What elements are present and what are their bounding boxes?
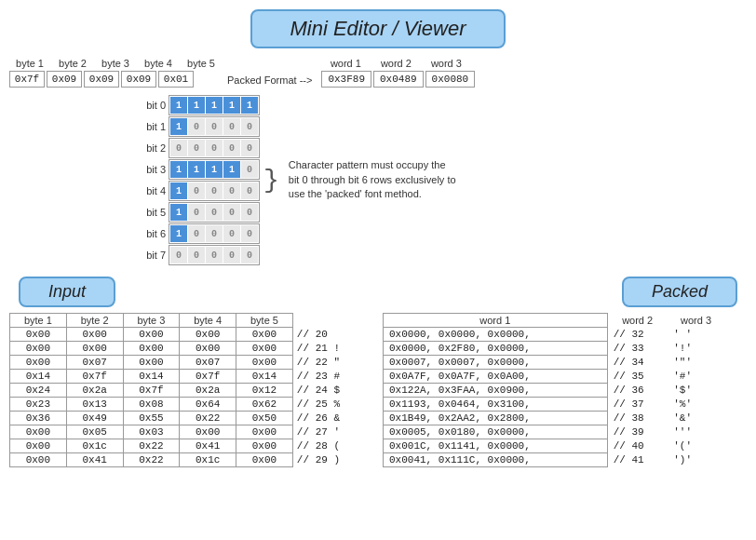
input-cell-8-4: 0x00 [236,439,293,453]
input-col-header-4: byte 5 [236,314,293,328]
input-table: byte 1byte 2byte 3byte 4byte 5 0x000x000… [9,313,373,467]
packed-row-8: 0x001C, 0x1141, 0x0000,// 40'(' [384,439,747,453]
packed-row-7: 0x0005, 0x0180, 0x0000,// 39''' [384,425,747,439]
bit-cell-3-2: 1 [206,161,223,178]
bit-label-4: bit 4 [140,185,166,196]
byte-value-2: 0x09 [84,71,119,88]
byte-header-3: byte 4 [138,58,179,69]
input-cell-7-3: 0x00 [180,425,236,439]
input-cell-8-2: 0x22 [123,439,180,453]
input-cell-8-5: // 28 ( [292,439,372,453]
input-cell-0-5: // 20 [292,328,372,342]
packed-cell-7-2: ''' [668,425,724,439]
input-cell-2-0: 0x00 [10,356,67,370]
input-cell-7-5: // 27 ' [292,425,372,439]
packed-col-header-3 [724,314,736,328]
bit-row-1: bit 110000 [140,116,260,137]
packed-cell-9-1: // 41 [607,453,668,467]
app-title: Mini Editor / Viewer [250,9,505,48]
input-label: Input [19,277,115,307]
input-cell-5-4: 0x62 [236,398,293,412]
input-row-7: 0x000x050x030x000x00// 27 ' [10,425,373,439]
bit-cell-4-3: 0 [223,182,240,199]
word-header-0: word 1 [321,58,370,69]
bit-cell-5-4: 0 [241,204,258,221]
bit-cells-row-7: 00000 [169,245,260,265]
input-cell-0-1: 0x00 [66,328,123,342]
packed-row-6: 0x1B49, 0x2AA2, 0x2800,// 38'&' [384,412,747,425]
input-cell-2-5: // 22 " [292,356,372,370]
input-cell-2-1: 0x07 [66,356,123,370]
bit-label-3: bit 3 [140,164,166,175]
packed-cell-5-1: // 37 [607,398,668,412]
input-cell-2-3: 0x07 [180,356,236,370]
input-row-0: 0x000x000x000x000x00// 20 [10,328,373,342]
bit-row-6: bit 610000 [140,223,260,244]
input-cell-6-1: 0x49 [66,412,123,425]
packed-row-0: 0x0000, 0x0000, 0x0000,// 32' ' [384,328,747,342]
bit-cell-0-3: 1 [223,97,240,114]
packed-cell-7-1: // 39 [607,425,668,439]
input-cell-3-4: 0x14 [236,370,293,384]
input-cell-6-3: 0x22 [180,412,236,425]
word-headers: word 1word 2word 3 [321,58,470,69]
packed-col-header-4 [736,314,747,328]
input-cell-5-2: 0x08 [123,398,180,412]
packed-label: Packed [622,277,737,307]
input-cell-1-2: 0x00 [123,342,180,356]
bit-label-6: bit 6 [140,228,166,239]
packed-cell-1-0: 0x0000, 0x2F80, 0x0000, [384,342,608,356]
bit-cell-3-4: 0 [241,161,258,178]
bit-note: Character pattern must occupy the bit 0 … [289,158,456,201]
packed-cell-4-2: '$' [668,384,724,398]
input-bytes-group: byte 1byte 2byte 3byte 4byte 5 0x7f0x090… [9,58,222,88]
packed-cell-4-0: 0x122A, 0x3FAA, 0x0900, [384,384,608,398]
byte-value-3: 0x09 [121,71,156,88]
bit-row-2: bit 200000 [140,138,260,158]
input-cell-1-3: 0x00 [180,342,236,356]
input-cell-9-2: 0x22 [123,453,180,467]
input-cell-7-1: 0x05 [66,425,123,439]
packed-row-4: 0x122A, 0x3FAA, 0x0900,// 36'$' [384,384,747,398]
input-cell-2-2: 0x00 [123,356,180,370]
input-col-header-1: byte 2 [66,314,123,328]
title-bar: Mini Editor / Viewer [9,9,747,48]
bit-cell-6-2: 0 [206,225,223,242]
input-row-8: 0x000x1c0x220x410x00// 28 ( [10,439,373,453]
byte-headers: byte 1byte 2byte 3byte 4byte 5 [9,58,222,69]
input-cell-7-0: 0x00 [10,425,67,439]
bit-cell-1-2: 0 [206,118,223,135]
input-cell-9-0: 0x00 [10,453,67,467]
data-section: byte 1byte 2byte 3byte 4byte 5 0x000x000… [9,313,747,467]
bit-cell-4-2: 0 [206,182,223,199]
bit-cell-0-1: 1 [188,97,205,114]
input-cell-1-5: // 21 ! [292,342,372,356]
packed-row-9: 0x0041, 0x111C, 0x0000,// 41')' [384,453,747,467]
bit-grid: bit 011111bit 110000bit 200000bit 311110… [140,95,260,265]
packed-col-header-2: word 3 [668,314,724,328]
input-row-9: 0x000x410x220x1c0x00// 29 ) [10,453,373,467]
bit-cells-row-0: 11111 [169,95,260,115]
packed-cell-8-0: 0x001C, 0x1141, 0x0000, [384,439,608,453]
input-cell-4-5: // 24 $ [292,384,372,398]
input-cell-7-4: 0x00 [236,425,293,439]
word-header-1: word 2 [371,58,420,69]
bit-cell-2-4: 0 [241,140,258,156]
bit-row-7: bit 700000 [140,245,260,265]
packed-arrow: Packed Format --> [222,73,317,88]
packed-cell-5-2: '%' [668,398,724,412]
bit-cells-row-3: 11110 [169,159,260,180]
packed-row-1: 0x0000, 0x2F80, 0x0000,// 33'!' [384,342,747,356]
bit-label-0: bit 0 [140,100,166,111]
input-cell-1-0: 0x00 [10,342,67,356]
packed-row-3: 0x0A7F, 0x0A7F, 0x0A00,// 35'#' [384,370,747,384]
input-row-6: 0x360x490x550x220x50// 26 & [10,412,373,425]
input-cell-3-1: 0x7f [66,370,123,384]
bit-cell-6-3: 0 [223,225,240,242]
packed-cell-2-2: '"' [668,356,724,370]
bit-cell-1-3: 0 [223,118,240,135]
input-cell-6-0: 0x36 [10,412,67,425]
bit-cell-3-0: 1 [170,161,187,178]
input-cell-8-3: 0x41 [180,439,236,453]
packed-cell-6-1: // 38 [607,412,668,425]
